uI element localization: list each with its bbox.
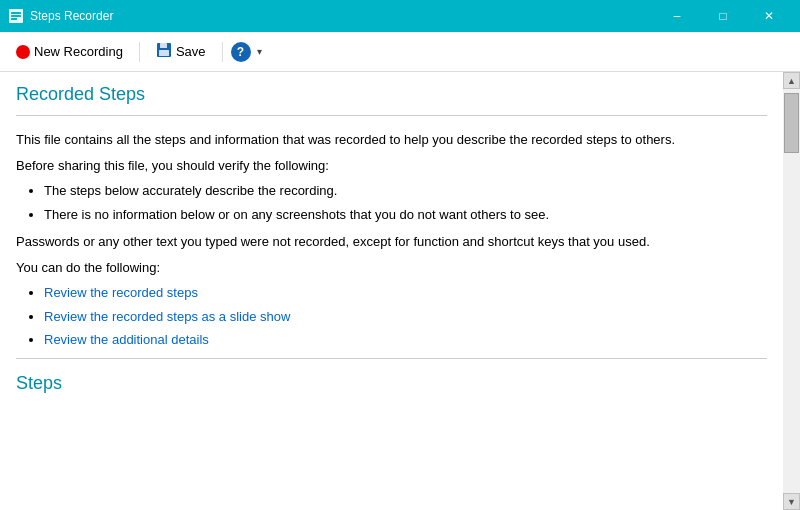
svg-rect-3 (11, 18, 17, 20)
verify-item-1: The steps below accurately describe the … (44, 181, 767, 201)
toolbar-separator-2 (222, 42, 223, 62)
divider-top (16, 115, 767, 116)
scroll-thumb[interactable] (784, 93, 799, 153)
intro-para-1: This file contains all the steps and inf… (16, 130, 767, 150)
scroll-down-button[interactable]: ▼ (783, 493, 800, 510)
minimize-button[interactable]: – (654, 0, 700, 32)
help-button[interactable]: ? (231, 42, 251, 62)
content-area: Recorded Steps This file contains all th… (0, 72, 783, 510)
new-recording-label: New Recording (34, 44, 123, 59)
svg-rect-6 (159, 50, 169, 56)
svg-rect-2 (11, 15, 21, 17)
svg-rect-1 (11, 12, 21, 14)
verify-item-2: There is no information below or on any … (44, 205, 767, 225)
app-icon (8, 8, 24, 24)
intro-para-4: You can do the following: (16, 258, 767, 278)
toolbar-separator (139, 42, 140, 62)
svg-rect-5 (160, 43, 167, 48)
actions-list: Review the recorded steps Review the rec… (44, 283, 767, 350)
main-area: Recorded Steps This file contains all th… (0, 72, 800, 510)
review-slideshow-link[interactable]: Review the recorded steps as a slide sho… (44, 309, 290, 324)
scroll-up-button[interactable]: ▲ (783, 72, 800, 89)
action-item-3: Review the additional details (44, 330, 767, 350)
help-dropdown-button[interactable]: ▾ (255, 46, 264, 57)
window-title: Steps Recorder (30, 9, 113, 23)
title-left: Steps Recorder (8, 8, 113, 24)
window-controls: – □ ✕ (654, 0, 792, 32)
save-icon (156, 42, 172, 62)
intro-text: This file contains all the steps and inf… (16, 130, 767, 350)
review-steps-link[interactable]: Review the recorded steps (44, 285, 198, 300)
intro-para-2: Before sharing this file, you should ver… (16, 156, 767, 176)
save-label: Save (176, 44, 206, 59)
scrollbar: ▲ ▼ (783, 72, 800, 510)
close-button[interactable]: ✕ (746, 0, 792, 32)
title-bar: Steps Recorder – □ ✕ (0, 0, 800, 32)
new-recording-button[interactable]: New Recording (8, 40, 131, 63)
scroll-track (783, 89, 800, 493)
review-details-link[interactable]: Review the additional details (44, 332, 209, 347)
intro-para-3: Passwords or any other text you typed we… (16, 232, 767, 252)
maximize-button[interactable]: □ (700, 0, 746, 32)
verify-list: The steps below accurately describe the … (44, 181, 767, 224)
save-button[interactable]: Save (148, 38, 214, 66)
toolbar: New Recording Save ? ▾ (0, 32, 800, 72)
action-item-1: Review the recorded steps (44, 283, 767, 303)
action-item-2: Review the recorded steps as a slide sho… (44, 307, 767, 327)
steps-heading: Steps (16, 373, 767, 394)
recorded-steps-heading: Recorded Steps (16, 84, 767, 105)
record-dot-icon (16, 45, 30, 59)
divider-bottom (16, 358, 767, 359)
